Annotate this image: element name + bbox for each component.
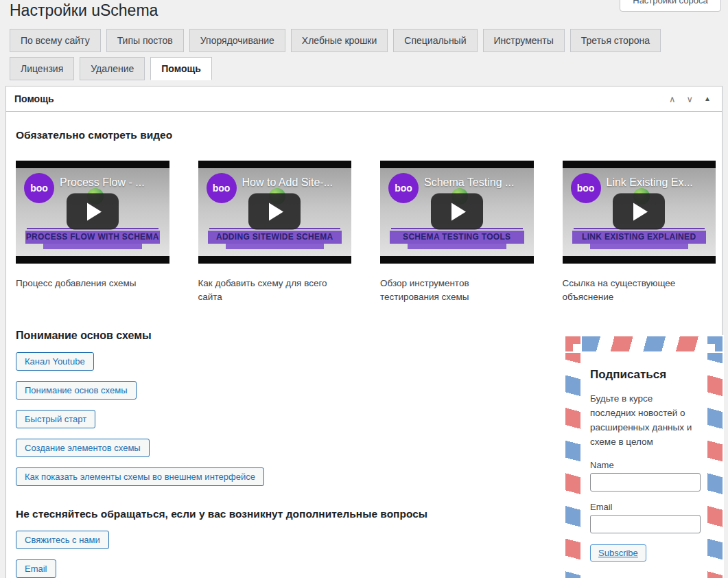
letterbox-bar [16, 256, 169, 264]
email-field[interactable] [590, 515, 701, 533]
video-banner-strip [590, 244, 689, 249]
reset-settings-button[interactable]: Настройки сброса [620, 0, 721, 12]
help-panel-header: Помощь ∧ ∨ ▲ [6, 86, 722, 112]
tab-license[interactable]: Лицензия [10, 57, 74, 80]
letterbox-bar [198, 256, 352, 264]
tab-ordering[interactable]: Упорядочивание [189, 29, 285, 52]
video-title: Schema Testing ... [424, 176, 532, 189]
help-panel: Помощь ∧ ∨ ▲ Обязательно смотреть видео … [5, 86, 723, 578]
letterbox-bar [563, 256, 716, 264]
contact-us-button[interactable]: Свяжитесь с нами [16, 531, 109, 549]
video-banner: LINK EXISTING EXPLAINED [572, 231, 707, 244]
letterbox-bar [380, 256, 534, 264]
name-label: Name [590, 460, 701, 470]
video-banner: SCHEMA TESTING TOOLS [390, 231, 524, 244]
video-caption: Процесс добавления схемы [16, 277, 169, 290]
boo-logo-icon: boo [571, 173, 601, 203]
videos-section-title: Обязательно смотреть видео [12, 112, 716, 141]
tab-sitewide[interactable]: По всему сайту [10, 29, 101, 52]
play-button[interactable] [431, 193, 483, 229]
video-banner-strip [226, 244, 325, 249]
airmail-border-left [565, 353, 580, 578]
youtube-channel-button[interactable]: Канал Youtube [16, 352, 94, 371]
airmail-corner [565, 336, 580, 351]
video-item: boo Process Flow - ... PROCESS FLOW WITH… [16, 161, 169, 305]
video-banner: PROCESS FLOW WITH SCHEMA [25, 231, 160, 244]
tab-third-party[interactable]: Третья сторона [570, 29, 661, 52]
video-banner-strip [408, 244, 506, 249]
video-thumbnail[interactable]: boo How to Add Site-... ADDING SITEWIDE … [198, 161, 352, 264]
move-down-icon[interactable]: ∨ [687, 95, 694, 104]
panel-controls: ∧ ∨ ▲ [669, 95, 711, 104]
boo-logo-icon: boo [24, 173, 54, 203]
email-label: Email [590, 502, 701, 512]
tab-post-types[interactable]: Типы постов [106, 29, 184, 52]
video-list: boo Process Flow - ... PROCESS FLOW WITH… [12, 161, 716, 305]
boo-logo-icon: boo [388, 173, 419, 203]
letterbox-bar [563, 161, 716, 168]
video-title: Link Existing Ex... [607, 176, 714, 189]
airmail-border-right [707, 353, 723, 578]
tab-help[interactable]: Помощь [150, 57, 212, 80]
subscribe-box: Подписаться Будьте в курсе последних нов… [564, 335, 724, 578]
play-button[interactable] [248, 193, 301, 229]
subscribe-button[interactable]: Subscribe [590, 544, 646, 562]
tab-special[interactable]: Специальный [393, 29, 477, 52]
video-thumbnail[interactable]: boo Schema Testing ... SCHEMA TESTING TO… [380, 161, 534, 264]
video-banner-strip [43, 244, 142, 249]
play-button[interactable] [67, 193, 119, 229]
move-up-icon[interactable]: ∧ [669, 95, 676, 104]
play-icon [269, 203, 283, 220]
play-icon [451, 203, 466, 220]
video-thumbnail[interactable]: boo Link Existing Ex... LINK EXISTING EX… [563, 161, 716, 264]
toggle-panel-icon[interactable]: ▲ [704, 95, 711, 102]
video-banner: ADDING SITEWIDE SCHEMA [208, 231, 342, 244]
tab-tools[interactable]: Инструменты [483, 29, 565, 52]
email-button[interactable]: Email [16, 559, 56, 578]
video-item: boo Link Existing Ex... LINK EXISTING EX… [563, 161, 716, 305]
tab-uninstall[interactable]: Удаление [80, 57, 145, 80]
play-button[interactable] [613, 193, 665, 229]
video-caption: Обзор инструментов тестирования схемы [380, 277, 534, 305]
schema-basics-button[interactable]: Понимание основ схемы [16, 381, 137, 400]
letterbox-bar [198, 161, 352, 168]
quick-start-button[interactable]: Быстрый старт [16, 410, 95, 428]
uschema-settings-page: Настройки uSchema Настройки сброса По вс… [0, 0, 728, 578]
play-icon [87, 203, 102, 220]
subscribe-description: Будьте в курсе последних новостей о расш… [590, 392, 701, 450]
video-caption: Как добавить схему для всего сайта [198, 277, 352, 305]
letterbox-bar [380, 161, 534, 168]
video-caption: Ссылка на существующее объяснение [563, 277, 716, 305]
create-schema-items-button[interactable]: Создание элементов схемы [16, 439, 150, 457]
video-item: boo How to Add Site-... ADDING SITEWIDE … [198, 161, 352, 305]
video-item: boo Schema Testing ... SCHEMA TESTING TO… [380, 161, 534, 305]
play-icon [633, 203, 648, 220]
video-thumbnail[interactable]: boo Process Flow - ... PROCESS FLOW WITH… [16, 161, 169, 264]
help-panel-body: Обязательно смотреть видео boo Process F… [6, 112, 722, 578]
subscribe-form: Подписаться Будьте в курсе последних нов… [590, 368, 701, 562]
video-title: How to Add Site-... [242, 176, 350, 189]
subscribe-title: Подписаться [590, 368, 701, 382]
name-field[interactable] [590, 473, 701, 492]
boo-logo-icon: boo [207, 173, 237, 203]
video-title: Process Flow - ... [60, 176, 167, 189]
tab-breadcrumbs[interactable]: Хлебные крошки [291, 29, 388, 52]
airmail-border-top [582, 336, 706, 351]
letterbox-bar [16, 161, 169, 168]
airmail-corner [707, 336, 723, 351]
show-schema-frontend-button[interactable]: Как показать элементы схемы во внешнем и… [16, 467, 264, 486]
panel-title: Помощь [14, 93, 669, 104]
settings-tab-bar: По всему сайту Типы постов Упорядочивани… [10, 29, 704, 80]
page-title: Настройки uSchema [10, 1, 158, 20]
